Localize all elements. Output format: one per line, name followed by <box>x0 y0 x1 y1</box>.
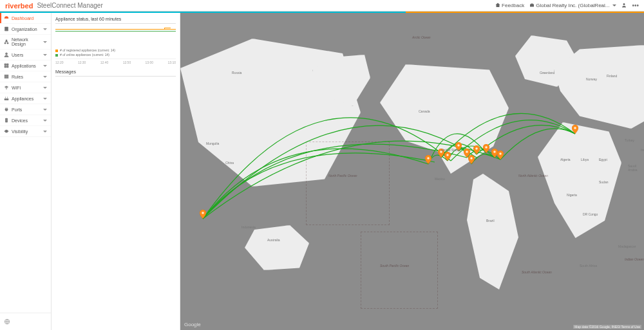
map-pin[interactable] <box>468 155 475 164</box>
sidebar-item-label: Ports <box>12 107 43 112</box>
sidebar-item-appliances[interactable]: Appliances <box>0 93 51 104</box>
chevron-down-icon <box>43 131 47 133</box>
country-label: Russia <box>232 71 242 75</box>
chevron-down-icon <box>43 76 47 78</box>
menu-button[interactable]: ••• <box>632 2 639 9</box>
xtick: 12:30 <box>78 60 86 64</box>
svg-point-12 <box>574 127 576 129</box>
sidebar-item-label: Network Design <box>12 37 43 46</box>
map-pin[interactable] <box>497 151 504 160</box>
xtick: 12:40 <box>100 60 109 64</box>
country-label: Canada <box>419 109 430 113</box>
svg-point-2 <box>427 157 430 160</box>
country-label: South Africa <box>580 264 597 268</box>
sidebar-item-label: Applications <box>12 64 43 68</box>
svg-point-4 <box>446 154 449 156</box>
country-label: Egypt <box>599 158 607 161</box>
plug-icon <box>4 107 9 112</box>
sidebar-item-label: Visibility <box>12 129 43 134</box>
sidebar-item-label: Users <box>12 53 43 57</box>
legend-swatch-green <box>55 54 58 57</box>
svg-point-5 <box>457 144 460 147</box>
sidebar-footer[interactable] <box>0 313 51 330</box>
sidebar-item-label: Organization <box>12 27 43 32</box>
status-title: Appliance status, last 60 minutes <box>55 17 176 24</box>
svg-point-8 <box>475 147 478 150</box>
country-label: Finland <box>607 74 617 78</box>
sidebar-item-network-design[interactable]: Network Design <box>0 35 51 50</box>
chevron-down-icon <box>43 65 47 67</box>
country-label: Turkey <box>625 138 634 142</box>
chevron-down-icon <box>43 41 47 43</box>
xtick: 13:00 <box>146 60 154 64</box>
feedback-link[interactable]: Feedback <box>495 3 524 9</box>
country-label: Mexico <box>435 177 445 181</box>
sidebar-item-users[interactable]: Users <box>0 50 51 60</box>
user-icon[interactable] <box>621 3 627 9</box>
dashboard-map[interactable]: North Pacific Ocean South Pacific Ocean … <box>180 13 644 330</box>
map-pin[interactable] <box>572 125 578 134</box>
svg-point-11 <box>499 152 502 155</box>
status-legend: # of registered appliances (current: 14)… <box>55 48 176 57</box>
map-pin[interactable] <box>425 155 431 164</box>
sidebar-item-label: Devices <box>12 118 43 123</box>
sidebar-item-visibility[interactable]: Visibility <box>0 126 51 137</box>
xtick: 12:20 <box>55 60 64 64</box>
sidebar-item-label: Appliances <box>12 96 43 101</box>
sidebar-item-dashboard[interactable]: Dashboard <box>0 13 51 24</box>
country-label: Greenland <box>540 71 554 75</box>
product-name: SteelConnect Manager <box>37 2 102 9</box>
map-pin[interactable] <box>473 145 480 154</box>
sidebar-item-organization[interactable]: Organization <box>0 24 51 35</box>
map-attribution: Map data ©2016 Google, INEGI Terms of Us… <box>573 325 641 329</box>
country-label: Nigeria <box>567 193 577 197</box>
svg-point-6 <box>466 151 468 153</box>
sidebar-item-label: Dashboard <box>12 16 47 21</box>
chevron-down-icon <box>43 87 47 89</box>
status-chart <box>55 26 176 46</box>
map-pin[interactable] <box>444 152 451 161</box>
org-selector[interactable]: Global Realty Inc. (GlobalReal... <box>529 3 616 9</box>
country-label: Libya <box>581 158 589 161</box>
sidebar-item-devices[interactable]: Devices <box>0 115 51 126</box>
svg-point-1 <box>202 212 204 214</box>
country-label: Brazil <box>486 219 495 223</box>
user-icon <box>4 52 9 57</box>
country-label: Saudi Arabia <box>628 164 644 172</box>
brand-logo: riverbed <box>5 2 33 10</box>
sidebar-item-label: Rules <box>12 75 43 79</box>
legend-swatch-orange <box>55 50 58 52</box>
map-pin[interactable] <box>200 210 206 219</box>
sidebar-item-label: WiFi <box>12 86 43 90</box>
sidebar-item-ports[interactable]: Ports <box>0 104 51 115</box>
grid-icon <box>4 63 9 68</box>
chevron-down-icon <box>43 54 47 56</box>
country-label: Madagascar <box>618 244 636 248</box>
list-icon <box>4 74 9 79</box>
sidebar-item-rules[interactable]: Rules <box>0 71 51 82</box>
connection-arcs <box>180 13 644 330</box>
map-pin[interactable] <box>483 144 489 153</box>
google-logo: Google <box>184 322 201 327</box>
sitemap-icon <box>4 39 9 44</box>
country-label: Algeria <box>560 158 571 161</box>
xtick: 12:50 <box>123 60 131 64</box>
chevron-down-icon <box>612 5 616 6</box>
status-panel: Appliance status, last 60 minutes # of r… <box>52 13 180 330</box>
country-label: United States <box>441 148 460 152</box>
chevron-down-icon <box>43 120 47 122</box>
sidebar-item-wifi[interactable]: WiFi <box>0 82 51 93</box>
messages-title: Messages <box>55 69 176 77</box>
chevron-down-icon <box>43 109 47 111</box>
chart-xaxis: 12:2012:3012:4012:5013:0013:10 <box>55 59 176 64</box>
country-label: DR Congo <box>583 212 598 216</box>
chevron-down-icon <box>43 28 47 30</box>
globe-icon <box>4 318 10 325</box>
briefcase-icon <box>529 3 535 9</box>
gauge-icon <box>4 15 9 21</box>
wifi-icon <box>4 85 9 90</box>
sidebar-item-applications[interactable]: Applications <box>0 60 51 71</box>
svg-point-9 <box>485 146 488 149</box>
country-label: Mongolia <box>206 142 219 145</box>
eye-icon <box>4 129 9 134</box>
